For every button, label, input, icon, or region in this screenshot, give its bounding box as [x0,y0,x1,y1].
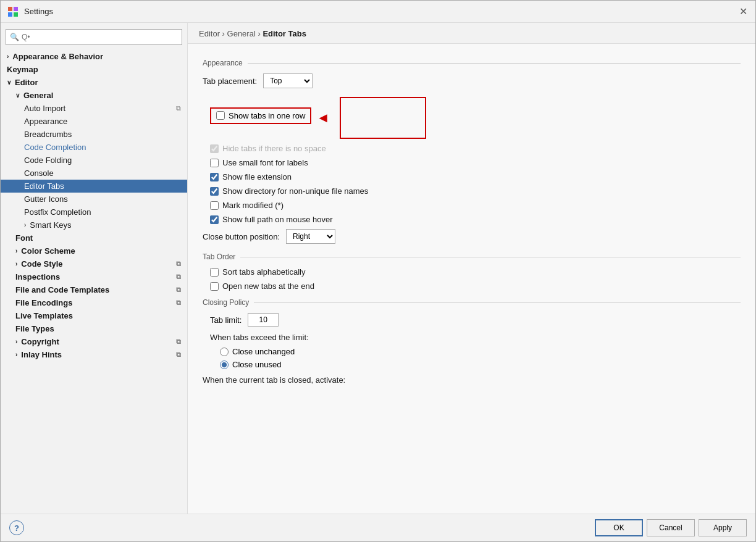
appearance-section-title: Appearance [203,59,741,67]
closing-policy-section-title: Closing Policy [203,298,741,307]
tab-limit-row: Tab limit: 10 [203,313,741,327]
sidebar-item-editor[interactable]: ∨ Editor [1,76,187,89]
annotation-arrow: ◄ [316,110,330,126]
copy-icon: ⧉ [176,351,181,359]
show-directory-label[interactable]: Show directory for non-unique file names [210,186,368,196]
tab-placement-row: Tab placement: Top Left Right Bottom Non… [203,73,741,88]
small-font-checkbox[interactable] [210,159,219,167]
breadcrumb-editor: Editor [199,29,220,38]
show-directory-checkbox[interactable] [210,187,219,196]
sidebar-item-postfix-completion[interactable]: Postfix Completion [1,206,187,219]
sidebar-item-inspections[interactable]: Inspections ⧉ [1,270,187,283]
cancel-button[interactable]: Cancel [647,519,695,536]
breadcrumb-sep1: › [222,29,227,38]
show-tabs-one-row-checkbox[interactable] [216,111,225,120]
sort-alpha-checkbox[interactable] [210,268,219,277]
tab-limit-input[interactable]: 10 [248,313,279,327]
hide-tabs-checkbox [210,144,219,153]
close-unused-label[interactable]: Close unused [232,360,282,369]
chevron-right-icon: › [15,261,17,267]
close-unchanged-radio[interactable] [220,348,229,356]
sidebar-item-auto-import[interactable]: Auto Import ⧉ [1,102,187,115]
sidebar-item-breadcrumbs[interactable]: Breadcrumbs [1,128,187,141]
search-input[interactable] [22,33,178,41]
sidebar-item-appearance[interactable]: Appearance [1,115,187,128]
sidebar-item-code-completion[interactable]: Code Completion [1,141,187,154]
mark-modified-row: Mark modified (*) [203,201,741,210]
sidebar-item-code-folding[interactable]: Code Folding [1,154,187,167]
sort-alpha-label[interactable]: Sort tabs alphabetically [210,267,305,277]
sidebar-item-file-encodings[interactable]: File Encodings ⧉ [1,296,187,309]
show-full-path-row: Show full path on mouse hover [203,215,741,224]
show-directory-row: Show directory for non-unique file names [203,186,741,196]
sidebar-item-gutter-icons[interactable]: Gutter Icons [1,193,187,206]
copy-icon: ⧉ [176,286,181,294]
tab-placement-select[interactable]: Top Left Right Bottom None [263,73,313,88]
hide-tabs-label: Hide tabs if there is no space [222,144,326,153]
sidebar-item-font[interactable]: Font [1,231,187,244]
close-button-position-select[interactable]: Right Left None [286,229,335,244]
sidebar-item-smart-keys[interactable]: › Smart Keys [1,219,187,231]
help-button[interactable]: ? [9,520,24,535]
arrow-icon: ◄ [316,110,330,126]
svg-rect-0 [8,7,12,11]
show-extension-label[interactable]: Show file extension [210,172,292,181]
sidebar-item-label: Copyright [21,337,59,346]
sidebar-item-label: Smart Keys [30,220,71,230]
svg-rect-1 [14,7,18,11]
chevron-right-icon: › [15,338,17,345]
show-extension-checkbox[interactable] [210,173,219,181]
sidebar-item-live-templates[interactable]: Live Templates [1,309,187,322]
sidebar-item-label: Inlay Hints [21,350,62,359]
close-unchanged-label[interactable]: Close unchanged [232,347,295,356]
sidebar-item-label: Keymap [7,65,38,74]
sidebar-item-label: File and Code Templates [15,285,109,294]
sidebar-item-editor-tabs[interactable]: Editor Tabs [1,180,187,193]
sidebar-item-inlay-hints[interactable]: › Inlay Hints ⧉ [1,348,187,361]
sidebar-item-label: Appearance & Behavior [12,52,103,61]
open-end-row: Open new tabs at the end [203,281,741,291]
copy-icon: ⧉ [176,273,181,281]
sidebar-item-console[interactable]: Console [1,167,187,180]
sidebar-item-general[interactable]: ∨ General [1,89,187,102]
close-unused-row: Close unused [203,360,741,369]
sidebar-item-color-scheme[interactable]: › Color Scheme [1,244,187,257]
sidebar-item-keymap[interactable]: Keymap [1,63,187,76]
close-button[interactable]: ✕ [737,6,749,18]
current-tab-closed-label: When the current tab is closed, activate… [203,375,741,385]
sidebar-item-code-style[interactable]: › Code Style ⧉ [1,257,187,270]
hide-tabs-row: Hide tabs if there is no space [203,144,741,153]
show-tabs-one-row-label[interactable]: Show tabs in one row [229,111,305,120]
close-unused-radio[interactable] [220,361,229,369]
apply-button[interactable]: Apply [699,519,747,536]
chevron-right-icon: › [24,222,26,228]
sidebar-item-file-types[interactable]: File Types [1,322,187,335]
small-font-label[interactable]: Use small font for labels [210,158,308,167]
sidebar-item-appearance-behavior[interactable]: › Appearance & Behavior [1,50,187,63]
tab-placement-label: Tab placement: [203,77,257,86]
tab-order-section-title: Tab Order [203,252,741,261]
mark-modified-checkbox[interactable] [210,201,219,210]
close-button-position-row: Close button position: Right Left None [203,229,741,244]
ok-button[interactable]: OK [595,519,643,536]
open-end-checkbox[interactable] [210,282,219,291]
show-full-path-checkbox[interactable] [210,215,219,224]
panel-body: Appearance Tab placement: Top Left Right… [188,44,755,514]
show-full-path-label[interactable]: Show full path on mouse hover [210,215,333,224]
svg-rect-3 [14,12,18,17]
search-box[interactable]: 🔍 [6,29,182,45]
close-button-position-label: Close button position: [203,232,280,241]
open-end-label[interactable]: Open new tabs at the end [210,281,314,291]
close-unchanged-row: Close unchanged [203,347,741,356]
sidebar-item-label: Auto Import [24,104,65,113]
sidebar-item-label: Code Style [21,259,62,269]
sidebar-item-file-code-templates[interactable]: File and Code Templates ⧉ [1,283,187,296]
svg-rect-2 [8,12,12,17]
chevron-right-icon: › [15,248,17,254]
title-bar: Settings ✕ [1,1,755,23]
breadcrumb-general: General [227,29,256,38]
breadcrumb: Editor › General › Editor Tabs [188,23,755,44]
mark-modified-label[interactable]: Mark modified (*) [210,201,284,210]
sidebar-item-label: Postfix Completion [24,207,91,217]
sidebar-item-copyright[interactable]: › Copyright ⧉ [1,335,187,348]
